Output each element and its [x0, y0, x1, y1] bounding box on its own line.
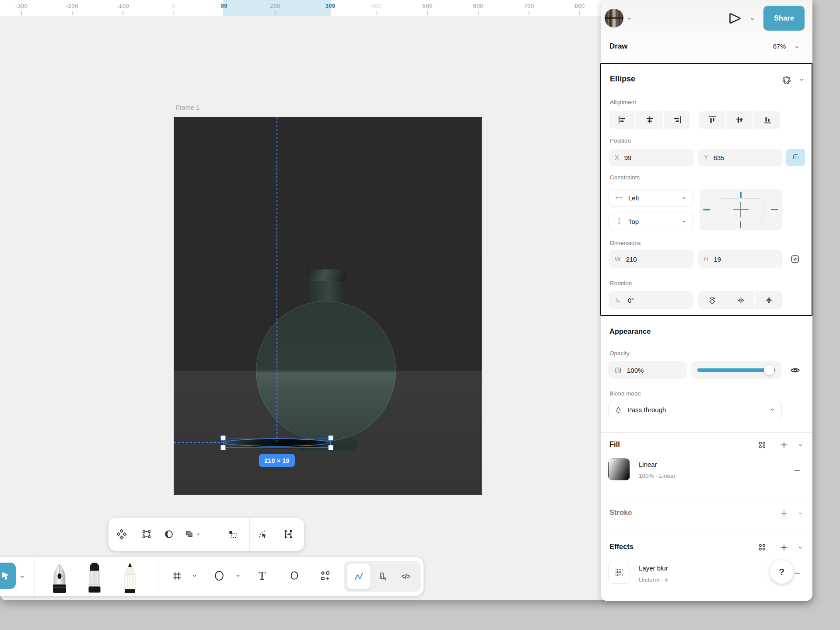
- droplet-icon: [615, 406, 622, 413]
- rotate-90-button[interactable]: [698, 291, 726, 309]
- blob-icon: [289, 570, 300, 582]
- chevron-down-icon[interactable]: [798, 442, 803, 448]
- free-transform-icon: [141, 529, 152, 539]
- constraint-left-active[interactable]: [703, 209, 710, 210]
- boolean-union-button[interactable]: [181, 525, 204, 544]
- pen-tool-button[interactable]: [47, 562, 72, 595]
- free-transform-button[interactable]: [137, 525, 156, 544]
- align-left-button[interactable]: [609, 111, 635, 129]
- chevron-down-icon[interactable]: [192, 573, 198, 579]
- zoom-level[interactable]: 67%: [773, 43, 786, 50]
- v-constraint-value: Top: [628, 218, 676, 225]
- selection-bounding-box[interactable]: [223, 438, 331, 448]
- v-constraint-icon: [615, 217, 623, 225]
- blend-mode-select[interactable]: Pass through: [608, 401, 782, 418]
- effect-styles-button[interactable]: [756, 542, 768, 553]
- fill-title: Fill: [609, 440, 620, 448]
- opacity-slider[interactable]: [691, 361, 781, 379]
- fill-gradient-swatch[interactable]: [608, 458, 630, 480]
- vertical-guide-line: [276, 117, 277, 443]
- resize-handle-sw[interactable]: [220, 445, 226, 450]
- frame-title[interactable]: Frame 1: [176, 104, 200, 111]
- chevron-down-icon[interactable]: [19, 574, 25, 580]
- chevron-down-icon[interactable]: [749, 16, 755, 22]
- add-effect-button[interactable]: [778, 542, 790, 553]
- flip-horizontal-button[interactable]: [726, 291, 755, 309]
- chevron-down-icon[interactable]: [799, 77, 805, 83]
- vertical-constraint-select[interactable]: Top: [609, 213, 693, 230]
- lasso-select-tool-button[interactable]: [0, 563, 16, 589]
- components-tool-button[interactable]: [315, 565, 335, 586]
- constraint-right-inactive[interactable]: [771, 209, 778, 210]
- rotation-label: Rotation: [610, 280, 632, 287]
- horizontal-ruler[interactable]: -300 -200 -100 0 99 200 309 400 500 600 …: [0, 0, 601, 16]
- toolbar-separator: [343, 557, 343, 596]
- avatar[interactable]: [605, 9, 623, 28]
- resize-handle-se[interactable]: [328, 445, 333, 450]
- add-fill-button[interactable]: [778, 439, 790, 451]
- flip-vertical-button[interactable]: [755, 291, 783, 309]
- chevron-down-icon[interactable]: [235, 573, 241, 579]
- measure-tab[interactable]: [372, 564, 394, 589]
- shape-actions-button[interactable]: [781, 74, 792, 86]
- ruler-label: 400: [371, 3, 382, 9]
- align-bottom-button[interactable]: [754, 111, 780, 129]
- constrain-proportions-toggle[interactable]: [788, 252, 802, 266]
- opacity-slider-knob[interactable]: [764, 365, 774, 375]
- align-right-button[interactable]: [664, 111, 690, 129]
- chevron-down-icon[interactable]: [798, 511, 803, 516]
- help-button[interactable]: ?: [770, 560, 794, 584]
- width-input[interactable]: W 210: [609, 250, 693, 268]
- dev-code-tab[interactable]: </>: [395, 564, 416, 589]
- kaleidoscope-tool-button[interactable]: [112, 525, 131, 544]
- effects-title: Effects: [609, 542, 634, 551]
- add-stroke-button[interactable]: [778, 508, 790, 519]
- chevron-down-icon[interactable]: [626, 16, 632, 21]
- opacity-input[interactable]: 100%: [608, 361, 687, 379]
- constraints-widget[interactable]: [700, 189, 782, 231]
- bend-tool-button[interactable]: [253, 525, 273, 544]
- chevron-down-icon: [196, 532, 201, 537]
- ruler-tick: [21, 11, 22, 15]
- share-button[interactable]: Share: [763, 6, 805, 31]
- horizontal-constraint-select[interactable]: Left: [609, 189, 693, 206]
- resize-handle-nw[interactable]: [220, 435, 226, 441]
- chevron-down-icon[interactable]: [798, 545, 803, 550]
- effect-thumbnail[interactable]: [608, 562, 630, 584]
- constraint-bottom-inactive[interactable]: [740, 221, 741, 228]
- pencil-tool-button[interactable]: [118, 562, 142, 595]
- align-horizontal-center-button[interactable]: [636, 111, 663, 129]
- text-tool-button[interactable]: T: [252, 565, 272, 586]
- blend-mode-value: Pass through: [627, 406, 764, 413]
- constraint-top-active[interactable]: [740, 192, 742, 198]
- brush-tool-button[interactable]: [82, 562, 107, 595]
- rotation-input[interactable]: 0°: [609, 291, 693, 309]
- y-position-input[interactable]: Y 635: [698, 149, 783, 166]
- absolute-position-toggle[interactable]: [786, 149, 805, 166]
- chevron-down-icon[interactable]: [794, 44, 800, 50]
- flatten-button[interactable]: [223, 525, 242, 544]
- mask-button[interactable]: [159, 525, 178, 544]
- align-top-button[interactable]: [699, 111, 725, 129]
- present-play-button[interactable]: [728, 11, 742, 25]
- x-position-input[interactable]: X 99: [609, 149, 693, 166]
- inspector-panel: Share Draw 67% Ellipse: [601, 0, 812, 601]
- frame-tool-button[interactable]: [167, 565, 187, 586]
- align-vertical-center-button[interactable]: [726, 111, 753, 129]
- resize-handle-ne[interactable]: [328, 435, 333, 441]
- remove-fill-button[interactable]: [792, 466, 802, 476]
- blob-tool-button[interactable]: [284, 565, 304, 586]
- draw-scribble-tab-selected[interactable]: [347, 564, 371, 589]
- align-left-icon: [617, 115, 627, 125]
- lasso-cursor-icon: [0, 570, 11, 581]
- height-input[interactable]: H 19: [698, 250, 783, 268]
- fill-name[interactable]: Linear: [639, 461, 657, 468]
- distribute-spacing-button[interactable]: [279, 525, 298, 544]
- vase-cap-shape[interactable]: [307, 270, 346, 281]
- ruler-tick: [427, 11, 428, 15]
- visibility-toggle[interactable]: [789, 364, 801, 376]
- main-toolbar: T: [0, 557, 424, 596]
- ellipse-tool-button[interactable]: [209, 565, 229, 586]
- effect-name[interactable]: Layer blur: [639, 564, 668, 572]
- fill-styles-button[interactable]: [756, 439, 768, 451]
